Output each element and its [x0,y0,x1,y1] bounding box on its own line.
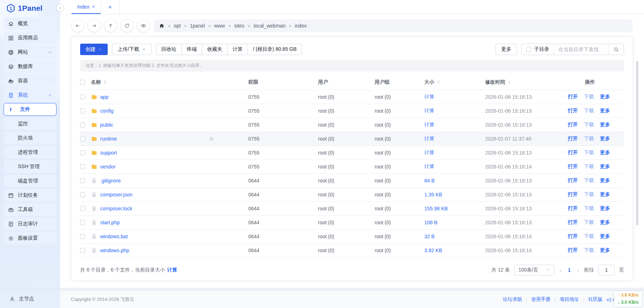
sidebar-item-ssh[interactable]: SSH 管理 [4,160,57,173]
open-action-link[interactable]: 打开 [568,247,578,254]
terminal-button[interactable]: 终端 [181,44,202,55]
column-header-mtime[interactable]: 修改时间 [485,79,568,85]
size-link[interactable]: 155.98 KB [424,206,448,211]
row-checkbox[interactable] [80,178,85,183]
size-link[interactable]: 1.35 KB [424,192,442,197]
row-checkbox[interactable] [80,164,85,169]
download-action-link[interactable]: 下载 [584,108,594,114]
tab-close-icon[interactable]: × [92,4,95,9]
sidebar-item-logs[interactable]: 日志审计 [4,217,57,230]
size-link[interactable]: 32 B [424,234,435,239]
download-action-link[interactable]: 下载 [584,94,594,100]
open-action-link[interactable]: 打开 [568,94,578,100]
sort-icon[interactable] [102,79,108,85]
table-row[interactable]: config 0755 root (0) root (0) 计算 2026-01… [80,104,624,118]
open-action-link[interactable]: 打开 [568,136,578,142]
size-link[interactable]: 计算 [424,94,434,99]
file-name-link[interactable]: vendor [100,164,116,170]
sidebar-item-overview[interactable]: 概览 [4,17,57,30]
download-action-link[interactable]: 下载 [584,177,594,184]
sidebar-item-database[interactable]: 数据库 [4,60,57,73]
page-size-select[interactable]: 100条/页 [514,265,555,275]
sidebar-item-settings[interactable]: 面板设置 [4,232,57,245]
row-checkbox[interactable] [80,220,85,225]
file-name-link[interactable]: windows.bat [100,234,128,239]
download-action-link[interactable]: 下载 [584,163,594,170]
table-row[interactable]: windows.php 0644 root (0) root (0) 3.82 … [80,244,624,258]
size-link[interactable]: 计算 [424,163,434,169]
forward-button[interactable] [88,20,100,32]
add-tab-button[interactable]: + [101,0,119,14]
tab-index[interactable]: index × [72,0,101,14]
sidebar-item-firewall[interactable]: 防火墙 [4,132,57,145]
more-action-link[interactable]: 更多 [600,108,610,114]
row-checkbox[interactable] [80,136,85,141]
row-checkbox[interactable] [80,122,85,127]
download-action-link[interactable]: 下载 [584,233,594,240]
calculate-size-link[interactable]: 计算 [167,267,177,273]
more-action-link[interactable]: 更多 [600,219,610,226]
edition-link[interactable]: 社区版 [588,296,603,303]
open-action-link[interactable]: 打开 [568,205,578,212]
sidebar-item-system[interactable]: 系统 [4,89,57,102]
download-action-link[interactable]: 下载 [584,150,594,156]
open-action-link[interactable]: 打开 [568,108,578,114]
file-name-link[interactable]: .gitignore [100,178,121,184]
column-header-size[interactable]: 大小 [424,79,485,85]
sidebar-item-files[interactable]: 文件 [4,103,57,116]
upload-download-button[interactable]: 上传/下载 [112,44,152,55]
download-action-link[interactable]: 下载 [584,136,594,142]
sidebar-item-disk[interactable]: 磁盘管理 [4,175,57,187]
size-link[interactable]: 计算 [424,122,434,127]
open-action-link[interactable]: 打开 [568,163,578,170]
select-all-checkbox[interactable] [80,80,85,85]
subdirectory-toggle[interactable]: 子目录 [522,44,554,55]
row-checkbox[interactable] [80,206,85,211]
breadcrumb-segment[interactable]: local_webman [254,23,286,29]
open-action-link[interactable]: 打开 [568,233,578,240]
size-link[interactable]: 计算 [424,150,434,155]
download-action-link[interactable]: 下载 [584,219,594,226]
file-name-link[interactable]: composer.lock [100,206,132,211]
favorites-button[interactable]: 收藏夹 [202,44,227,55]
file-name-link[interactable]: config [100,108,113,114]
table-row[interactable]: composer.lock 0644 root (0) root (0) 155… [80,202,624,216]
search-button[interactable] [609,44,624,55]
download-action-link[interactable]: 下载 [584,122,594,128]
more-action-link[interactable]: 更多 [600,122,610,128]
file-name-link[interactable]: composer.json [100,192,132,197]
project-link[interactable]: 项目地址 [560,296,579,303]
sidebar-collapse-button[interactable]: ‹ [57,4,64,11]
forum-help-link[interactable]: 论坛求助 [503,296,522,303]
file-name-link[interactable]: support [100,150,117,156]
search-input[interactable] [554,44,609,55]
more-action-link[interactable]: 更多 [600,247,610,254]
create-button[interactable]: 创建 [80,44,108,55]
sidebar-item-process[interactable]: 进程管理 [4,146,57,159]
more-action-link[interactable]: 更多 [600,136,610,142]
row-checkbox[interactable] [80,192,85,197]
breadcrumb-segment[interactable]: www [214,23,225,29]
more-action-link[interactable]: 更多 [600,205,610,212]
size-link[interactable]: 84 B [424,178,435,184]
breadcrumb-segment[interactable]: index [295,23,307,29]
show-hidden-button[interactable] [137,20,150,32]
sidebar-item-master-node[interactable]: 主节点 [0,289,60,308]
file-name-link[interactable]: public [100,122,113,128]
sidebar-item-monitor[interactable]: 监控 [4,117,57,130]
refresh-button[interactable] [121,20,133,32]
manual-link[interactable]: 使用手册 [531,296,551,303]
table-row[interactable]: start.php 0644 root (0) root (0) 108 B 2… [80,216,624,230]
sidebar-item-toolbox[interactable]: 工具箱 [4,203,57,216]
file-name-link[interactable]: app [100,94,108,100]
recycle-bin-button[interactable]: 回收站 [156,44,181,55]
brand-logo[interactable]: 1 1Panel [0,0,60,16]
open-action-link[interactable]: 打开 [568,122,578,128]
breadcrumb-segment[interactable]: 1panel [190,23,205,29]
home-icon[interactable] [159,23,165,29]
goto-page-input[interactable] [598,265,615,275]
open-action-link[interactable]: 打开 [568,191,578,198]
favorite-star-icon[interactable] [209,136,214,142]
size-link[interactable]: 计算 [424,108,434,113]
prev-page-button[interactable]: ‹ [559,267,562,273]
